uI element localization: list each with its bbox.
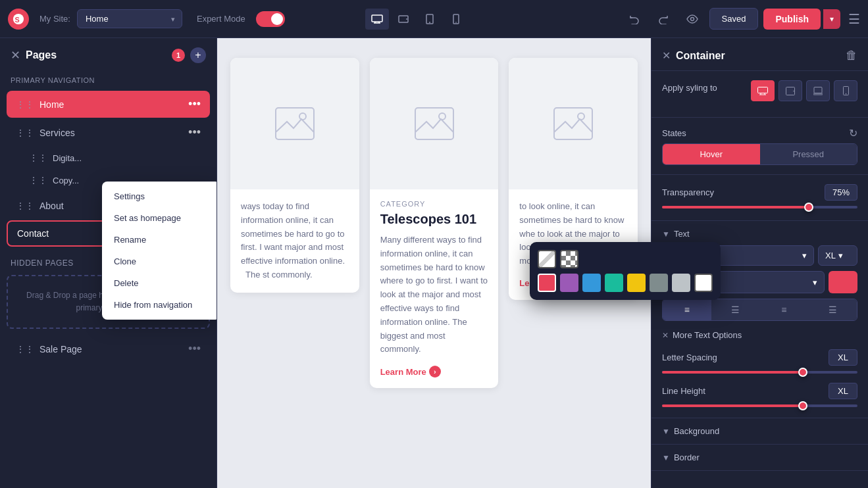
font-weight-chevron: ▾ [813,278,817,287]
line-height-slider[interactable] [662,404,857,407]
line-height-label: Line Height [662,386,823,396]
card-2-link[interactable]: Learn More › [380,366,488,378]
view-switcher [365,9,468,30]
letter-spacing-fill [662,371,803,374]
ctx-settings[interactable]: Settings [102,185,217,207]
home-page-menu[interactable]: ••• [188,97,201,111]
svg-point-24 [793,90,794,91]
transparency-value: 75% [825,184,857,201]
letter-spacing-slider[interactable] [662,371,857,374]
card-2-title: Telescopes 101 [380,212,488,227]
rp-delete-btn[interactable]: 🗑 [846,49,857,62]
transparency-thumb[interactable] [804,203,813,212]
color-purple[interactable] [560,274,578,292]
more-text-row[interactable]: ✕ More Text Options [662,328,857,343]
tablet-device-btn[interactable] [779,80,802,101]
preview-btn[interactable] [680,7,704,31]
saved-btn[interactable]: Saved [709,8,759,30]
drag-handle-digital: ⋮⋮ [29,153,47,163]
card-3-placeholder [553,107,593,140]
states-refresh-btn[interactable]: ↻ [849,127,857,139]
mobile-view-btn[interactable] [444,9,468,30]
page-item-digital[interactable]: ⋮⋮ Digita... [20,147,210,168]
svg-point-7 [406,18,407,20]
sitename-selector[interactable]: Home [77,9,182,28]
color-checkered[interactable] [560,250,578,268]
color-gray-dark[interactable] [650,274,668,292]
drag-handle-sale: ⋮⋮ [16,344,34,354]
transparency-fill [662,206,809,208]
page-item-sale[interactable]: ⋮⋮ Sale Page ••• [7,335,210,362]
rp-close-btn[interactable]: ✕ [662,49,671,62]
letter-spacing-thumb[interactable] [798,368,807,377]
svg-rect-25 [814,87,822,93]
tablet-landscape-btn[interactable] [392,9,415,30]
expert-mode-toggle[interactable] [256,11,285,27]
card-1[interactable]: ways today to find information online, i… [230,58,359,293]
font-size-value: XL [825,251,836,260]
page-item-home[interactable]: ⋮⋮ Home ••• [7,91,210,118]
text-color-picker[interactable] [829,271,857,293]
publish-btn[interactable]: Publish [763,9,821,30]
align-right-btn[interactable]: ≡ [760,299,809,320]
pressed-state-btn[interactable]: Pressed [760,144,857,164]
card-1-image [230,58,359,189]
drag-handle-copy: ⋮⋮ [29,175,47,185]
color-teal[interactable] [605,274,623,292]
ctx-delete[interactable]: Delete [102,272,217,294]
background-section[interactable]: ▼ Background [651,418,868,445]
align-buttons: ≡ ☰ ≡ ☰ [662,299,857,321]
align-justify-btn[interactable]: ☰ [808,299,857,320]
transparency-slider[interactable] [662,206,857,208]
border-label: Border [674,452,700,462]
redo-btn[interactable] [651,7,675,31]
services-page-menu[interactable]: ••• [188,126,201,139]
expert-mode-label: Expert Mode [197,14,245,24]
desktop-device-btn[interactable] [751,80,775,101]
apply-styling-label: Apply syling to [662,83,717,93]
hamburger-btn[interactable]: ☰ [848,11,860,27]
transparency-section: Transparency 75% [651,175,868,221]
svg-point-12 [690,17,694,20]
tablet-portrait-btn[interactable] [418,9,442,30]
align-center-btn[interactable]: ☰ [711,299,760,320]
color-yellow[interactable] [627,274,646,292]
transparency-row: Transparency 75% [662,184,857,201]
background-chevron: ▼ [662,427,670,436]
add-page-btn[interactable]: + [190,47,206,63]
desktop-view-btn[interactable] [365,9,389,30]
ctx-hide-from-nav[interactable]: Hide from navigation [102,294,217,316]
card-2-placeholder [415,107,454,140]
ctx-rename[interactable]: Rename [102,229,217,251]
line-height-thumb[interactable] [798,401,807,410]
align-left-btn[interactable]: ≡ [663,299,711,320]
color-red[interactable] [538,274,556,292]
ctx-clone[interactable]: Clone [102,251,217,272]
mobile-device-btn[interactable] [834,80,857,101]
text-section-chevron: ▼ [662,230,670,239]
digital-page-name: Digita... [53,153,201,163]
color-row-2 [538,274,713,292]
laptop-device-btn[interactable] [806,80,830,101]
svg-point-18 [578,113,584,120]
card-2-link-arrow: › [429,366,441,378]
svg-point-9 [429,22,430,23]
color-gray-light[interactable] [672,274,690,292]
publish-dropdown-btn[interactable]: ▾ [823,9,840,29]
page-item-services[interactable]: ⋮⋮ Services ••• [7,119,210,146]
pages-close-btn[interactable]: ✕ [11,48,20,62]
text-section-header[interactable]: ▼ Text [662,229,857,239]
ctx-set-homepage[interactable]: Set as homepage [102,207,217,229]
card-2-text: Many different ways to find information … [380,233,488,356]
context-menu: Settings Set as homepage Rename Clone De… [102,182,217,320]
undo-btn[interactable] [623,7,646,31]
font-size-select[interactable]: XL ▾ [818,245,857,266]
color-transparent[interactable] [538,250,556,268]
border-section[interactable]: ▼ Border [651,445,868,471]
card-2[interactable]: CATEGORY Telescopes 101 Many different w… [370,58,499,388]
sale-page-menu[interactable]: ••• [188,342,201,356]
hover-state-btn[interactable]: Hover [663,144,760,164]
logo: S [8,9,29,30]
color-white[interactable] [694,274,713,292]
color-blue[interactable] [582,274,601,292]
